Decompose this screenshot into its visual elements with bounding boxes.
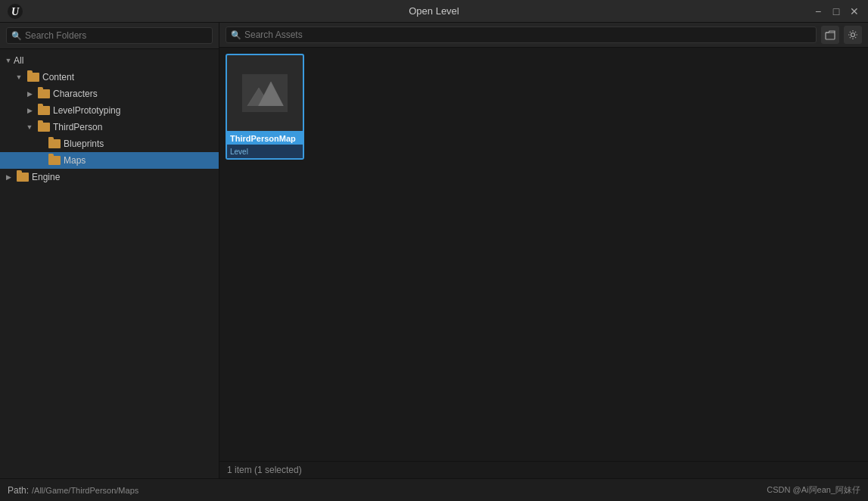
folder-icon bbox=[38, 89, 50, 98]
folder-icon bbox=[48, 156, 61, 165]
title-bar-controls: − □ ✕ bbox=[812, 5, 860, 17]
tree-item-thirdperson[interactable]: ThirdPerson bbox=[0, 119, 219, 135]
folder-icon bbox=[38, 106, 50, 115]
tree-item-label: ThirdPerson bbox=[53, 122, 102, 132]
title-bar-left: U bbox=[8, 4, 29, 19]
content-toolbar: 🔍 bbox=[219, 23, 868, 48]
main-layout: 🔍 AllContentCharactersLevelPrototypingTh… bbox=[0, 23, 868, 478]
asset-info: ThirdPersonMap bbox=[227, 131, 303, 145]
tree-item-label: Maps bbox=[64, 155, 86, 166]
tree-item-label: Engine bbox=[32, 172, 60, 182]
svg-rect-2 bbox=[826, 33, 835, 39]
folder-view-icon bbox=[825, 30, 835, 40]
folder-icon bbox=[17, 173, 29, 182]
asset-thumbnail bbox=[227, 55, 303, 131]
tree-item-characters[interactable]: Characters bbox=[0, 86, 219, 102]
window-title: Open Level bbox=[409, 5, 459, 17]
arrow-right-icon bbox=[24, 105, 35, 116]
asset-type: Level bbox=[230, 148, 248, 156]
folder-search-input[interactable] bbox=[25, 30, 207, 41]
tree-item-label: LevelPrototyping bbox=[53, 105, 120, 116]
folder-search-icon: 🔍 bbox=[11, 31, 22, 41]
asset-search-box[interactable]: 🔍 bbox=[226, 26, 817, 43]
status-bar: Path: /All/Game/ThirdPerson/Maps CSDN @A… bbox=[0, 478, 868, 501]
sidebar: 🔍 AllContentCharactersLevelPrototypingTh… bbox=[0, 23, 219, 478]
tree-item-label: Characters bbox=[53, 89, 98, 99]
svg-rect-7 bbox=[242, 106, 288, 112]
path-label: Path: bbox=[8, 485, 29, 496]
content-area: 🔍 bbox=[219, 23, 868, 478]
arrow-right-icon bbox=[24, 89, 35, 99]
tree-item-label: All bbox=[14, 55, 23, 66]
folder-search-box[interactable]: 🔍 bbox=[6, 27, 213, 44]
tree-item-content[interactable]: Content bbox=[0, 69, 219, 86]
title-bar: U Open Level − □ ✕ bbox=[0, 0, 868, 23]
folder-view-button[interactable] bbox=[821, 26, 839, 44]
tree-item-label: Content bbox=[42, 72, 74, 82]
tree-item-engine[interactable]: Engine bbox=[0, 169, 219, 185]
asset-name: ThirdPersonMap bbox=[230, 134, 300, 143]
asset-type-bar: Level bbox=[227, 145, 303, 158]
maximize-button[interactable]: □ bbox=[830, 5, 842, 17]
level-thumbnail-icon bbox=[242, 74, 288, 112]
minimize-button[interactable]: − bbox=[812, 5, 824, 17]
close-button[interactable]: ✕ bbox=[848, 5, 860, 17]
tree-item-levelprototyping[interactable]: LevelPrototyping bbox=[0, 102, 219, 119]
folder-icon bbox=[48, 139, 61, 148]
path-value: /All/Game/ThirdPerson/Maps bbox=[32, 486, 138, 495]
tree-item-label: Blueprints bbox=[64, 138, 104, 149]
folder-tree: AllContentCharactersLevelPrototypingThir… bbox=[0, 49, 219, 478]
tree-item-maps[interactable]: ​Maps bbox=[0, 152, 219, 169]
sidebar-search-bar: 🔍 bbox=[0, 23, 219, 49]
settings-button[interactable] bbox=[844, 26, 862, 44]
svg-text:U: U bbox=[11, 6, 20, 17]
asset-count: 1 item (1 selected) bbox=[219, 461, 868, 478]
tree-item-blueprints[interactable]: ​Blueprints bbox=[0, 135, 219, 152]
asset-card-thirdpersonmap[interactable]: ThirdPersonMap Level bbox=[226, 54, 304, 160]
ue-logo-icon: U bbox=[8, 4, 23, 19]
status-path: Path: /All/Game/ThirdPerson/Maps bbox=[8, 485, 138, 496]
arrow-down-icon bbox=[3, 55, 14, 66]
watermark: CSDN @Ai阿ean_阿妹仔 bbox=[767, 484, 860, 496]
settings-icon bbox=[848, 30, 858, 40]
arrow-right-icon bbox=[3, 172, 14, 182]
folder-icon bbox=[27, 73, 39, 82]
asset-search-icon: 🔍 bbox=[231, 30, 241, 40]
arrow-down-icon bbox=[14, 72, 24, 82]
arrow-down-icon bbox=[24, 122, 35, 132]
arrow-empty-icon: ​ bbox=[35, 155, 45, 166]
folder-icon bbox=[38, 123, 50, 132]
asset-search-input[interactable] bbox=[244, 30, 811, 40]
asset-grid: ThirdPersonMap Level bbox=[219, 48, 868, 461]
svg-point-3 bbox=[851, 33, 855, 37]
tree-item-all[interactable]: All bbox=[0, 52, 219, 69]
arrow-empty-icon: ​ bbox=[35, 138, 45, 149]
